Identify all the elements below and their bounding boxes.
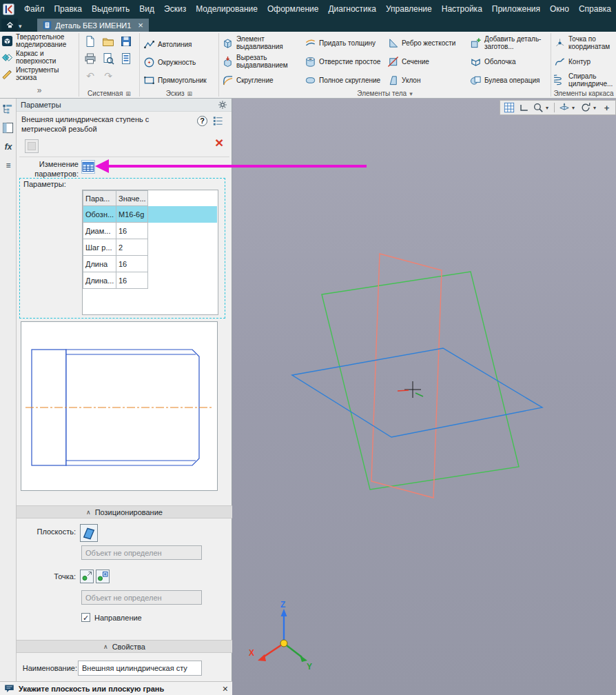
panels-button[interactable]	[2, 122, 14, 134]
menu-edit[interactable]: Правка	[49, 0, 87, 18]
undo-button[interactable]: ↶	[83, 69, 97, 83]
menu-applications[interactable]: Приложения	[487, 0, 545, 18]
section-button[interactable]: Сечение	[387, 52, 469, 70]
section-label-wireframe[interactable]: Элементы каркаса	[551, 90, 616, 97]
spiral-button[interactable]: Спираль цилиндриче...	[554, 71, 616, 89]
parameters-list[interactable]: Пара... Значе... Обозн... M16-6g Диам...…	[82, 190, 218, 315]
section-label-body[interactable]: Элементы тела▾	[219, 90, 551, 97]
draft-button[interactable]: Уклон	[387, 71, 469, 89]
menu-drawing[interactable]: Оформление	[263, 0, 323, 18]
direction-checkbox[interactable]: ✓	[81, 613, 90, 622]
section-label-system[interactable]: Системная⊞	[79, 90, 139, 97]
print-button[interactable]	[83, 52, 97, 66]
redo-button[interactable]: ↷	[101, 69, 115, 83]
full-fillet-button[interactable]: Полное скругление	[305, 71, 386, 89]
menu-view[interactable]: Вид	[134, 0, 159, 18]
point-object-input[interactable]	[81, 590, 202, 605]
menu-management[interactable]: Управление	[381, 0, 437, 18]
print-preview-button[interactable]	[101, 52, 115, 66]
properties-section-header[interactable]: ∧ Свойства	[17, 640, 232, 653]
table-row[interactable]: Диам... 16	[83, 223, 218, 239]
document-properties-button[interactable]	[119, 52, 133, 66]
model-tree-button[interactable]	[2, 103, 14, 116]
save-button[interactable]	[119, 34, 133, 48]
app-logo-icon[interactable]	[3, 3, 14, 16]
close-panel-button[interactable]: ×	[215, 135, 223, 150]
menu-diagnostics[interactable]: Диагностика	[323, 0, 381, 18]
add-view-button[interactable]: +	[600, 101, 613, 114]
menu-modeling[interactable]: Моделирование	[191, 0, 263, 18]
gear-icon[interactable]	[218, 100, 227, 110]
orientation-gizmo[interactable]: Z X Y	[249, 600, 312, 672]
rectangle-button[interactable]: Прямоугольник	[143, 71, 216, 89]
new-document-button[interactable]	[83, 34, 97, 48]
change-params-button[interactable]	[81, 160, 95, 174]
help-button[interactable]: ?	[197, 116, 207, 126]
show-grid-button[interactable]	[502, 101, 515, 114]
document-tab[interactable]: Деталь БЕЗ ИМЕНИ1 ×	[37, 19, 149, 32]
point-by-coords-button[interactable]: Точка по координатам	[554, 34, 616, 52]
shell-button[interactable]: Оболочка	[470, 52, 551, 70]
gizmo-origin[interactable]	[280, 640, 287, 647]
panel-menu-button[interactable]: ≡	[2, 159, 14, 172]
menu-help[interactable]: Справка	[574, 0, 616, 18]
extrude-button[interactable]: Элемент выдавливания	[222, 34, 303, 52]
zoom-dropdown-icon[interactable]: ▾	[546, 105, 551, 111]
menu-file[interactable]: Файл	[19, 0, 50, 18]
status-close-icon[interactable]: ×	[223, 683, 228, 694]
contour-button[interactable]: Контур	[554, 52, 616, 70]
plane-object-input[interactable]	[81, 545, 202, 560]
modes-more-button[interactable]: »	[0, 85, 79, 95]
dropdown-icon[interactable]: ▾	[409, 90, 413, 97]
autoline-button[interactable]: Автолиния	[143, 35, 216, 53]
mode-sketch-tools[interactable]: Инструменты эскиза	[1, 66, 78, 82]
viewport-3d[interactable]: Z X Y ▾ ▾ ▾ +	[232, 99, 616, 695]
feature-list-icon[interactable]	[212, 115, 224, 127]
home-button[interactable]	[1, 19, 18, 31]
cut-extrude-button[interactable]: Вырезать выдавливанием	[222, 52, 303, 70]
plane-pick-button[interactable]	[80, 524, 98, 542]
mode-wireframe-surfaces[interactable]: Каркас и поверхности	[1, 50, 78, 66]
positioning-section-header[interactable]: ∧ Позиционирование	[17, 505, 232, 518]
rotate-dropdown-icon[interactable]: ▾	[593, 105, 599, 111]
table-row[interactable]: Длина 16	[83, 256, 218, 272]
simple-hole-button[interactable]: Отверстие простое	[305, 52, 386, 70]
zoom-button[interactable]	[531, 101, 544, 114]
open-document-icon	[102, 35, 114, 48]
name-input[interactable]	[78, 661, 202, 676]
menu-sketch[interactable]: Эскиз	[159, 0, 191, 18]
table-row-selected[interactable]: Обозн... M16-6g	[83, 206, 218, 223]
origin-marker[interactable]	[398, 381, 423, 398]
rotate-view-button[interactable]	[579, 101, 592, 114]
coordinate-plane-zx[interactable]	[371, 254, 442, 498]
variables-button[interactable]: fx	[2, 141, 14, 153]
coordinate-corner-button[interactable]	[517, 101, 530, 114]
point-pick-alt-button[interactable]	[96, 570, 110, 583]
column-header[interactable]: Значе...	[116, 191, 148, 206]
expand-icon[interactable]: ⊞	[187, 90, 193, 97]
menu-select[interactable]: Выделить	[87, 0, 134, 18]
table-row[interactable]: Длина... 16	[83, 272, 218, 289]
column-header[interactable]: Пара...	[83, 191, 116, 206]
open-document-button[interactable]	[101, 34, 115, 48]
boolean-button[interactable]: Булева операция	[470, 71, 551, 89]
menu-settings[interactable]: Настройка	[437, 0, 487, 18]
tab-close-icon[interactable]: ×	[138, 21, 143, 30]
scene-3d[interactable]: Z X Y	[232, 99, 616, 695]
coordinate-plane-zy[interactable]	[322, 272, 519, 490]
mode-solid-modeling[interactable]: Твердотельное моделирование	[1, 33, 78, 49]
section-label-sketch[interactable]: Эскиз⊞	[140, 90, 218, 97]
menu-window[interactable]: Окно	[545, 0, 574, 18]
coordinate-plane-xy[interactable]	[292, 348, 542, 437]
orientation-dropdown-icon[interactable]: ▾	[572, 105, 577, 111]
thickness-button[interactable]: Придать толщину	[305, 34, 386, 52]
home-dropdown-icon[interactable]: ▾	[19, 23, 22, 30]
add-part-button[interactable]: Добавить деталь-заготов...	[470, 34, 551, 52]
rib-button[interactable]: Ребро жесткости	[387, 34, 469, 52]
circle-button[interactable]: Окружность	[143, 53, 216, 71]
orientation-button[interactable]	[557, 101, 571, 114]
table-row[interactable]: Шаг р... 2	[83, 239, 218, 256]
point-pick-button[interactable]	[80, 570, 94, 583]
expand-icon[interactable]: ⊞	[125, 90, 131, 97]
fillet-button[interactable]: Скругление	[222, 71, 303, 89]
